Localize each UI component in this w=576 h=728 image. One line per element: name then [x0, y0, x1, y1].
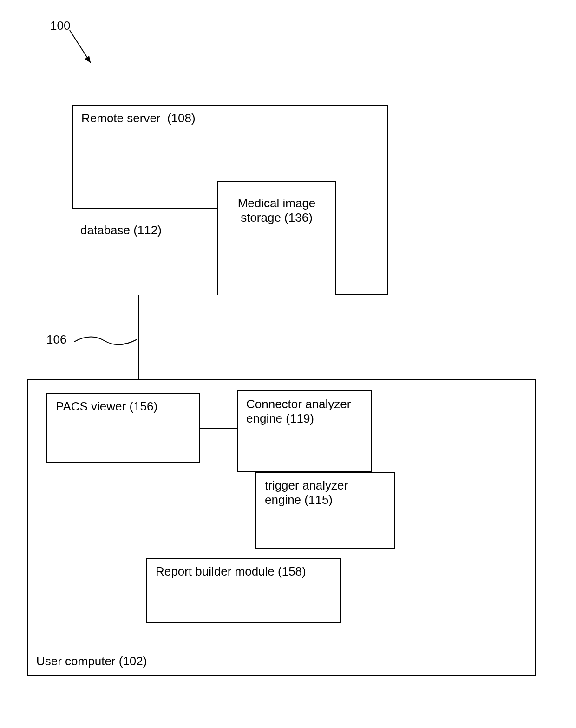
pacs-viewer-label: PACS viewer (156) [56, 399, 190, 414]
database-label: database (112) [80, 223, 162, 238]
pacs-connector-line [200, 428, 237, 429]
remote-server-title: Remote server (108) [81, 111, 379, 126]
database-box: database (112) [72, 208, 218, 295]
svg-marker-1 [85, 56, 91, 63]
connector-engine-box: Connector analyzer engine (119) [237, 390, 372, 472]
medical-storage-label: Medical image storage (136) [227, 196, 327, 225]
arrow-icon [65, 26, 102, 72]
trigger-engine-box: trigger analyzer engine (115) [255, 472, 395, 549]
medical-storage-box: Medical image storage (136) [217, 181, 336, 295]
pacs-viewer-box: PACS viewer (156) [46, 393, 200, 463]
trigger-engine-label: trigger analyzer engine (115) [265, 478, 386, 507]
tilde-connector-icon [72, 332, 139, 351]
connector-ref-label: 106 [46, 332, 66, 347]
connector-engine-label: Connector analyzer engine (119) [246, 397, 362, 426]
report-builder-label: Report builder module (158) [156, 564, 332, 579]
report-builder-box: Report builder module (158) [146, 558, 341, 623]
user-computer-title: User computer (102) [36, 654, 147, 668]
